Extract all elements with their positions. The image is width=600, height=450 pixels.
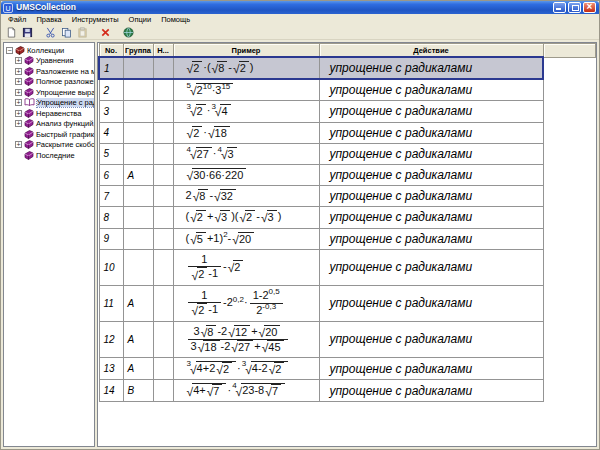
column-header[interactable]: Н... <box>153 44 173 58</box>
titlebar: U UMSCollection <box>1 1 599 14</box>
table-row[interactable]: 6A√30·66·220упрощение с радикалами <box>99 164 596 185</box>
save-icon[interactable] <box>20 26 34 39</box>
book-icon <box>24 67 34 76</box>
row-number-cell: 12 <box>99 321 123 357</box>
row-filler <box>543 57 596 79</box>
group-cell: B <box>123 380 153 402</box>
menu-item[interactable]: Правка <box>31 14 66 25</box>
group-cell <box>123 101 153 122</box>
row-filler <box>543 164 596 185</box>
radical: √3 <box>214 210 230 224</box>
column-header[interactable]: Группа <box>123 44 153 58</box>
collapse-icon[interactable]: − <box>6 47 13 54</box>
n-cell <box>153 228 173 249</box>
radical: √7 <box>265 384 281 398</box>
table-row[interactable]: 101√2-1-√2упрощение с радикалами <box>99 249 596 285</box>
formula-cell: 2√8-√32 <box>173 186 319 207</box>
table-row[interactable]: 25√210·315упрощение с радикалами <box>99 79 596 101</box>
window-controls <box>553 2 597 13</box>
formula-cell: 1√2-1-√2 <box>173 249 319 285</box>
minimize-button[interactable] <box>553 2 566 13</box>
expand-icon[interactable]: + <box>15 141 22 148</box>
menu-item[interactable]: Опции <box>124 14 157 25</box>
radical: √32 <box>214 189 236 203</box>
table-row[interactable]: 4√2·√18упрощение с радикалами <box>99 122 596 143</box>
table-row[interactable]: 13A3√4+2√2·3√4-2√2упрощение с радикалами <box>99 357 596 379</box>
table-row[interactable]: 11A1√2-1-20,2·1-20,52-0,3упрощение с рад… <box>99 285 596 321</box>
internet-icon[interactable] <box>121 26 135 39</box>
menu-item[interactable]: Инструменты <box>67 14 124 25</box>
formula-cell: √2·√18 <box>173 122 319 143</box>
column-header[interactable]: Пример <box>173 44 319 58</box>
table-row[interactable]: 54√27·4√3упрощение с радикалами <box>99 143 596 164</box>
tree-item[interactable]: −Коллекции <box>4 45 94 56</box>
formula-cell: 3√2·3√4 <box>173 101 319 122</box>
table-row[interactable]: 1√2·(√8-√2)упрощение с радикалами <box>99 57 596 79</box>
close-button[interactable] <box>583 2 596 13</box>
n-cell <box>153 143 173 164</box>
expand-icon[interactable]: + <box>15 99 22 106</box>
n-cell <box>153 122 173 143</box>
restore-button[interactable] <box>568 2 581 13</box>
expand-icon[interactable]: + <box>15 57 22 64</box>
tree-item[interactable]: +Раскрытие скобок <box>4 140 94 151</box>
row-filler <box>543 249 596 285</box>
radical: √8 <box>212 61 228 75</box>
formula-cell: 3√8-2√12+√203√18-2√27+√45 <box>173 321 319 357</box>
tree-item-label: Полное разложение на мно <box>36 77 94 86</box>
formula-cell: 3√4+2√2·3√4-2√2 <box>173 357 319 379</box>
expand-icon[interactable]: + <box>15 110 22 117</box>
radical: √2 <box>239 210 255 224</box>
tree-item[interactable]: +Разложение на множители <box>4 66 94 77</box>
table-row[interactable]: 72√8-√32упрощение с радикалами <box>99 186 596 207</box>
table-row[interactable]: 14B√4+√7·4√23-8√7упрощение с радикалами <box>99 380 596 402</box>
menu-item[interactable]: Помощь <box>156 14 195 25</box>
formula-cell: 4√27·4√3 <box>173 143 319 164</box>
cut-icon[interactable] <box>43 26 57 39</box>
tree-item-label: Последние <box>36 151 75 160</box>
row-number-cell: 8 <box>99 207 123 228</box>
action-cell: упрощение с радикалами <box>319 186 543 207</box>
tree-item[interactable]: +Полное разложение на мно <box>4 77 94 88</box>
tree-item[interactable]: +Уравнения <box>4 56 94 67</box>
row-number-cell: 4 <box>99 122 123 143</box>
formula-cell: (√5+1)2-√20 <box>173 228 319 249</box>
book-icon <box>24 151 34 160</box>
book-icon <box>24 88 34 97</box>
problems-table-panel: No.ГруппаН...ПримерДействие 1√2·(√8-√2)у… <box>97 42 597 447</box>
n-cell <box>153 101 173 122</box>
expand-icon[interactable]: + <box>15 68 22 75</box>
table-row[interactable]: 33√2·3√4упрощение с радикалами <box>99 101 596 122</box>
radical: √7 <box>207 384 223 398</box>
radical: 3√4-2√2 <box>242 361 289 376</box>
expand-icon[interactable]: + <box>15 78 22 85</box>
column-header[interactable]: No. <box>99 44 123 58</box>
tree-item[interactable]: Быстрый график <box>4 129 94 140</box>
copy-icon[interactable] <box>59 26 73 39</box>
app-window: U UMSCollection ФайлПравкаИнструментыОпц… <box>0 0 600 450</box>
tree-item[interactable]: +Упрощение выражений <box>4 87 94 98</box>
menu-item[interactable]: Файл <box>3 14 31 25</box>
table-row[interactable]: 12A3√8-2√12+√203√18-2√27+√45упрощение с … <box>99 321 596 357</box>
formula-cell: 5√210·315 <box>173 79 319 101</box>
radical: √5 <box>190 232 206 246</box>
action-cell: упрощение с радикалами <box>319 357 543 379</box>
tree-item[interactable]: +Неравенства <box>4 108 94 119</box>
tree-item[interactable]: +Анализ функций, построе <box>4 119 94 130</box>
new-icon[interactable] <box>4 26 18 39</box>
radical: 3√4+2√2 <box>187 361 237 376</box>
tree-item-label: Анализ функций, построе <box>36 119 94 128</box>
row-number-cell: 1 <box>99 57 123 79</box>
delete-icon[interactable] <box>98 26 112 39</box>
expand-icon[interactable]: + <box>15 120 22 127</box>
expand-icon[interactable]: + <box>15 89 22 96</box>
group-cell <box>123 228 153 249</box>
table-row[interactable]: 9(√5+1)2-√20упрощение с радикалами <box>99 228 596 249</box>
column-header[interactable]: Действие <box>319 44 543 58</box>
table-row[interactable]: 8(√2+√3)(√2-√3)упрощение с радикалами <box>99 207 596 228</box>
window-title: UMSCollection <box>16 1 550 14</box>
formula-cell: √30·66·220 <box>173 164 319 185</box>
tree-item[interactable]: +Упрощение с радикалами <box>4 98 94 109</box>
tree-item[interactable]: Последние <box>4 150 94 161</box>
group-cell: A <box>123 321 153 357</box>
